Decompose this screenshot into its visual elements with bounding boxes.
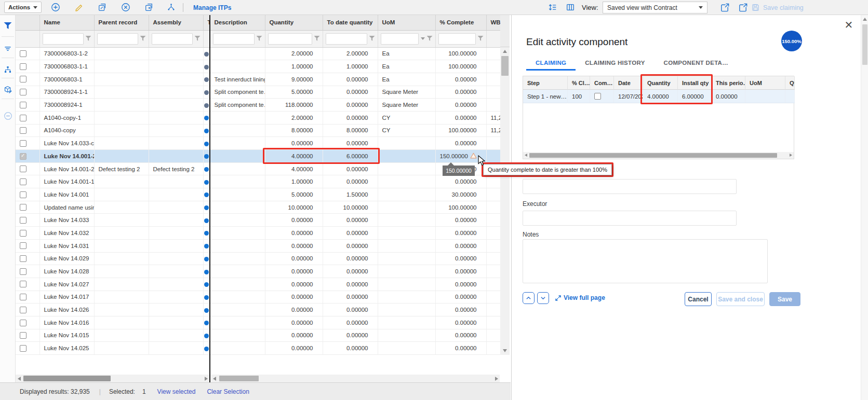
row-checkbox[interactable]	[20, 320, 26, 326]
row-checkbox[interactable]	[20, 102, 26, 108]
edit-record-button[interactable]	[73, 2, 85, 13]
scroll-up-arrow[interactable]	[503, 50, 507, 53]
filter-input-name[interactable]	[43, 33, 84, 45]
save-button[interactable]: Save	[769, 292, 800, 306]
row-checkbox[interactable]	[20, 178, 26, 185]
view-select[interactable]: Saved view with Contract	[603, 2, 707, 13]
close-icon[interactable]: ✕	[842, 18, 856, 32]
save-claiming-button[interactable]: Save claiming	[751, 0, 804, 15]
table-row[interactable]: Luke Nov 14.033-c…0.000000.000000.00000	[16, 137, 500, 150]
scroll-up-arrow[interactable]	[863, 18, 867, 21]
scroll-left-arrow[interactable]	[18, 377, 21, 381]
row-checkbox[interactable]	[20, 294, 26, 300]
table-row[interactable]: Luke Nov 14.0160.000000.000000.00000	[16, 316, 500, 329]
filter-input-to_date[interactable]	[326, 33, 367, 45]
row-height-button[interactable]	[547, 2, 558, 13]
filter-funnel-icon[interactable]	[86, 36, 91, 42]
row-checkbox[interactable]	[20, 89, 26, 95]
grid-header-wbs[interactable]: WBS	[486, 15, 500, 30]
row-checkbox[interactable]	[20, 50, 26, 57]
table-row[interactable]: Luke Nov 14.0270.000000.000000.00000	[16, 278, 500, 291]
claim-row[interactable]: Step 1 - new…10012/07/20224.000006.00000…	[523, 90, 794, 103]
scroll-right-arrow[interactable]	[790, 154, 792, 157]
filter-input-pct_complete[interactable]	[438, 33, 476, 45]
vertical-scroll-thumb[interactable]	[501, 56, 509, 76]
table-row[interactable]: A1040-copy8.000008.00000CY100.0000011,2	[16, 124, 500, 137]
scroll-right-arrow[interactable]	[205, 377, 208, 381]
filter-input-uom[interactable]	[381, 33, 419, 45]
tab-claiming[interactable]: CLAIMING	[526, 57, 576, 71]
horizontal-scroll-thumb[interactable]	[23, 376, 111, 381]
table-row[interactable]: Luke Nov 14.0280.000000.000000.00000	[16, 265, 500, 278]
column-settings-button[interactable]	[565, 2, 576, 13]
grid-header-description[interactable]: Description	[210, 15, 265, 30]
claim-extra-field[interactable]	[523, 179, 737, 194]
table-row[interactable]: 7300008924-1-1Split component te…5.00000…	[16, 86, 500, 99]
row-checkbox[interactable]	[20, 307, 26, 313]
row-checkbox[interactable]	[20, 204, 26, 211]
row-checkbox[interactable]	[20, 76, 26, 82]
claim-header-1[interactable]: % Cl…	[568, 76, 590, 90]
row-checkbox[interactable]	[20, 281, 26, 287]
save-and-close-button[interactable]: Save and close	[716, 292, 765, 306]
filter-funnel-icon[interactable]	[140, 36, 146, 42]
page-scrollbar[interactable]	[861, 15, 868, 400]
grid-header-name[interactable]: Name	[39, 15, 94, 30]
pull-view-button[interactable]	[737, 2, 749, 13]
grid-header-quantity[interactable]: Quantity	[265, 15, 323, 30]
bulk-edit-button[interactable]	[97, 2, 108, 13]
filter-funnel-icon[interactable]	[314, 36, 320, 42]
tab-claiming-history[interactable]: CLAIMING HISTORY	[576, 57, 654, 71]
view-full-page-link[interactable]: View full page	[555, 294, 605, 301]
grid-header-parent[interactable]: Parent record	[94, 15, 149, 30]
table-row[interactable]: Luke Nov 14.0150.000000.000000.00000	[16, 329, 500, 342]
filter-funnel-icon[interactable]	[195, 36, 201, 42]
row-checkbox[interactable]	[20, 191, 26, 198]
claim-header-6[interactable]: This perio…	[712, 76, 745, 90]
filter-input-quantity[interactable]	[268, 33, 312, 45]
clear-selection-link[interactable]: Clear Selection	[207, 388, 249, 395]
notes-field[interactable]	[523, 239, 768, 283]
horizontal-scroll-thumb[interactable]	[219, 376, 259, 381]
row-checkbox[interactable]	[20, 217, 26, 224]
column-divider-line[interactable]	[209, 15, 210, 382]
row-checkbox[interactable]	[20, 332, 26, 339]
cancel-button[interactable]: Cancel	[685, 292, 712, 306]
filter-input-assembly[interactable]	[152, 33, 193, 45]
table-row[interactable]: 7300006803-1Test innerduct lining9.00000…	[16, 73, 500, 86]
filter-funnel-icon[interactable]	[369, 36, 375, 42]
table-row[interactable]: 7300006803-1-22.000002.00000Ea100.00000	[16, 47, 500, 60]
horizontal-scroll-thumb[interactable]	[529, 153, 777, 158]
table-row[interactable]: Luke Nov 14.001-11.000000.000000.00000	[16, 175, 500, 188]
table-row[interactable]: Luke Nov 14.0290.000000.000000.00000	[16, 252, 500, 265]
row-checkbox[interactable]	[20, 115, 26, 121]
grid-header-assembly[interactable]: Assembly	[149, 15, 203, 30]
view-selected-link[interactable]: View selected	[157, 388, 196, 395]
complete-checkbox[interactable]	[594, 93, 601, 100]
executor-field[interactable]	[523, 211, 737, 226]
table-row[interactable]: Luke Nov 14.0015.000001.5000030.00000	[16, 188, 500, 201]
table-row[interactable]: Luke Nov 14.0320.000000.000000.00000	[16, 227, 500, 240]
filter-input-parent[interactable]	[97, 33, 138, 45]
scroll-right-arrow[interactable]	[495, 377, 498, 381]
chevron-down-icon[interactable]	[421, 37, 425, 40]
tab-component-deta-[interactable]: COMPONENT DETA…	[655, 57, 738, 71]
claim-header-4[interactable]: Quantity	[643, 76, 678, 90]
row-checkbox[interactable]	[20, 153, 26, 160]
filter-panel-button[interactable]	[3, 21, 12, 31]
filter-funnel-icon[interactable]	[257, 36, 262, 42]
columns-scrollbar[interactable]	[211, 375, 500, 382]
row-checkbox[interactable]	[20, 230, 26, 237]
frozen-columns-scrollbar[interactable]	[16, 375, 209, 382]
itp-flow-button[interactable]	[165, 2, 177, 13]
row-checkbox[interactable]	[20, 268, 26, 275]
claim-header-3[interactable]: Date	[614, 76, 643, 90]
row-checkbox[interactable]	[20, 140, 26, 147]
scroll-left-arrow[interactable]	[525, 154, 527, 157]
table-row[interactable]: Luke Nov 14.0260.000000.000000.00000	[16, 304, 500, 316]
table-row[interactable]: Luke Nov 14.0310.000000.000000.00000	[16, 239, 500, 252]
claim-header-5[interactable]: Install qty	[678, 76, 712, 90]
hierarchy-button[interactable]	[3, 65, 12, 74]
row-checkbox[interactable]	[20, 345, 26, 352]
push-view-button[interactable]	[719, 2, 730, 13]
